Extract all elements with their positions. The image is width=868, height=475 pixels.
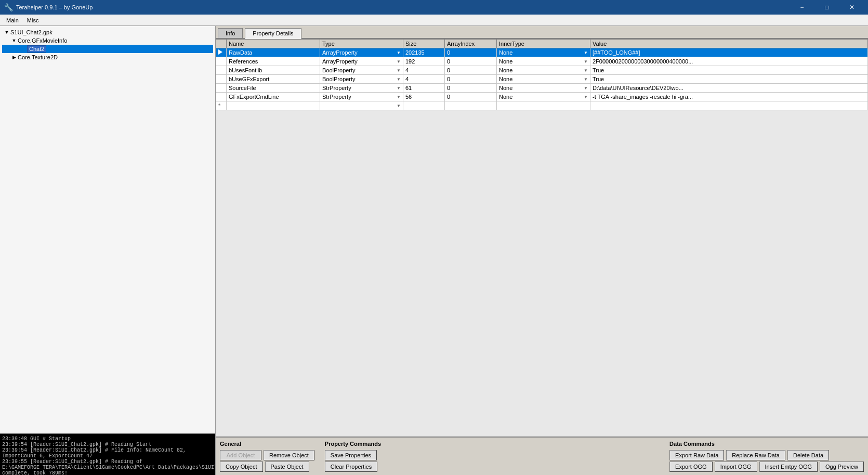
cell-type: StrProperty ▼ (320, 93, 403, 101)
log-line-4: 23:39:55 [Reader:S1UI_Chat2.gpk] # Readi… (2, 459, 213, 475)
tree-item-gfxmovieinfo[interactable]: ▼ Core.GFxMovieInfo (2, 36, 213, 45)
prop-row1: Save Properties (325, 450, 381, 460)
add-object-button[interactable]: Add Object (220, 450, 261, 460)
cell-arrow (216, 93, 227, 101)
menu-bar: Main Misc (0, 15, 868, 26)
general-label: General (220, 441, 314, 447)
copy-object-button[interactable]: Copy Object (220, 461, 263, 472)
cell-name: bUseGFxExport (227, 75, 320, 84)
innertype-dropdown-icon[interactable]: ▼ (584, 59, 588, 64)
cell-arrayindex: 0 (445, 84, 497, 93)
tree-item-root[interactable]: ▼ S1UI_Chat2.gpk (2, 28, 213, 36)
cell-type: BoolProperty ▼ (320, 75, 403, 84)
tree-item-texture2d[interactable]: ▶ Core.Texture2D (2, 53, 213, 61)
tree-area[interactable]: ▼ S1UI_Chat2.gpk ▼ Core.GFxMovieInfo Cha… (0, 26, 215, 433)
table-row[interactable]: RawData ArrayProperty ▼ 202135 0 None (216, 48, 868, 57)
tree-item-chat2[interactable]: Chat2 (2, 45, 213, 53)
type-dropdown-icon[interactable]: ▼ (397, 95, 401, 99)
data-row2: Export OGG Import OGG Insert Emtpy OGG O… (669, 461, 864, 472)
type-dropdown-icon[interactable]: ▼ (397, 86, 401, 91)
tree-label-root: S1UI_Chat2.gpk (10, 29, 52, 35)
type-dropdown-icon[interactable]: ▼ (397, 59, 401, 64)
expand-triangle-icon[interactable] (218, 49, 222, 55)
tree-expander-texture2d[interactable]: ▶ (10, 54, 18, 61)
property-table-container[interactable]: Name Type Size ArrayIndex InnerType Valu… (216, 39, 868, 437)
log-area: 23:39:48 GUI # Startup 23:39:54 [Reader:… (0, 433, 215, 475)
export-raw-data-button[interactable]: Export Raw Data (669, 450, 724, 460)
cell-type: StrProperty ▼ (320, 84, 403, 93)
cell-arrow (216, 66, 227, 75)
tree-expander-chat2 (20, 45, 27, 53)
col-header-innertype[interactable]: InnerType (497, 40, 590, 48)
title-bar: 🔧 Terahelper 0.9.1 – by GoneUp − □ ✕ (0, 0, 868, 15)
type-dropdown-icon[interactable]: ▼ (397, 77, 401, 82)
delete-data-button[interactable]: Delete Data (787, 450, 829, 460)
app-icon: 🔧 (4, 3, 13, 11)
col-header-size[interactable]: Size (403, 40, 445, 48)
log-line-2: 23:39:54 [Reader:S1UI_Chat2.gpk] # Readi… (2, 442, 213, 447)
table-row[interactable]: bUseGFxExport BoolProperty ▼ 4 0 None (216, 75, 868, 84)
innertype-dropdown-icon[interactable]: ▼ (584, 86, 588, 91)
prop-row2: Clear Properties (325, 461, 381, 472)
tab-bar: Info Property Details (216, 26, 868, 39)
property-commands-group: Property Commands Save Properties Clear … (325, 441, 381, 472)
cell-size: 202135 (403, 48, 445, 57)
cell-name: SourceFile (227, 84, 320, 93)
innertype-dropdown-icon[interactable]: ▼ (584, 50, 588, 55)
col-header-type[interactable]: Type (320, 40, 403, 48)
table-row[interactable]: GFxExportCmdLine StrProperty ▼ 56 0 None (216, 93, 868, 101)
data-row1: Export Raw Data Replace Raw Data Delete … (669, 450, 864, 460)
cell-arrow (216, 57, 227, 66)
insert-empty-ogg-button[interactable]: Insert Emtpy OGG (759, 461, 818, 472)
type-dropdown-icon[interactable]: ▼ (397, 50, 401, 55)
col-header-value[interactable]: Value (590, 40, 868, 48)
tab-property-details[interactable]: Property Details (245, 28, 301, 39)
remove-object-button[interactable]: Remove Object (264, 450, 314, 460)
minimize-button[interactable]: − (790, 0, 814, 15)
general-group: General Add Object Remove Object Copy Ob… (220, 441, 314, 472)
cell-size: 4 (403, 66, 445, 75)
new-row-dropdown-icon[interactable]: ▼ (397, 104, 401, 108)
log-line-1: 23:39:48 GUI # Startup (2, 436, 213, 442)
title-bar-left: 🔧 Terahelper 0.9.1 – by GoneUp (4, 3, 93, 11)
log-line-3: 23:39:54 [Reader:S1UI_Chat2.gpk] # File … (2, 447, 213, 459)
table-body: RawData ArrayProperty ▼ 202135 0 None (216, 48, 868, 110)
menu-item-misc[interactable]: Misc (23, 15, 43, 26)
col-header-name[interactable]: Name (227, 40, 320, 48)
tree-expander-gfxmovieinfo[interactable]: ▼ (10, 37, 18, 44)
cell-value: 2F0000002000000030000000400000... (590, 57, 868, 66)
table-row[interactable]: References ArrayProperty ▼ 192 0 None (216, 57, 868, 66)
menu-item-main[interactable]: Main (2, 15, 23, 26)
close-button[interactable]: ✕ (840, 0, 864, 15)
save-properties-button[interactable]: Save Properties (325, 450, 377, 460)
cell-innertype: None ▼ (497, 84, 590, 93)
cell-name: GFxExportCmdLine (227, 93, 320, 101)
innertype-dropdown-icon[interactable]: ▼ (584, 95, 588, 99)
replace-raw-data-button[interactable]: Replace Raw Data (726, 450, 785, 460)
right-panel: Info Property Details Name (216, 26, 868, 475)
property-commands-label: Property Commands (325, 441, 381, 447)
ogg-preview-button[interactable]: Ogg Preview (820, 461, 864, 472)
innertype-dropdown-icon[interactable]: ▼ (584, 68, 588, 73)
table-row[interactable]: bUsesFontlib BoolProperty ▼ 4 0 None (216, 66, 868, 75)
table-row[interactable]: SourceFile StrProperty ▼ 61 0 None (216, 84, 868, 93)
data-commands-group: Data Commands Export Raw Data Replace Ra… (669, 441, 864, 472)
cell-size: 192 (403, 57, 445, 66)
export-ogg-button[interactable]: Export OGG (669, 461, 713, 472)
tab-info[interactable]: Info (218, 28, 243, 38)
clear-properties-button[interactable]: Clear Properties (325, 461, 377, 472)
cell-arrow (216, 48, 227, 57)
innertype-dropdown-icon[interactable]: ▼ (584, 77, 588, 82)
type-dropdown-icon[interactable]: ▼ (397, 68, 401, 73)
import-ogg-button[interactable]: Import OGG (715, 461, 757, 472)
new-row-star: * (216, 101, 227, 110)
title-bar-controls: − □ ✕ (790, 0, 864, 15)
paste-object-button[interactable]: Paste Object (265, 461, 309, 472)
cell-innertype: None ▼ (497, 93, 590, 101)
new-row-placeholder[interactable]: * ▼ (216, 101, 868, 110)
main-area: ▼ S1UI_Chat2.gpk ▼ Core.GFxMovieInfo Cha… (0, 26, 868, 475)
col-header-arrayindex[interactable]: ArrayIndex (445, 40, 497, 48)
tree-expander-root[interactable]: ▼ (3, 29, 10, 36)
maximize-button[interactable]: □ (815, 0, 839, 15)
data-commands-label: Data Commands (669, 441, 864, 447)
